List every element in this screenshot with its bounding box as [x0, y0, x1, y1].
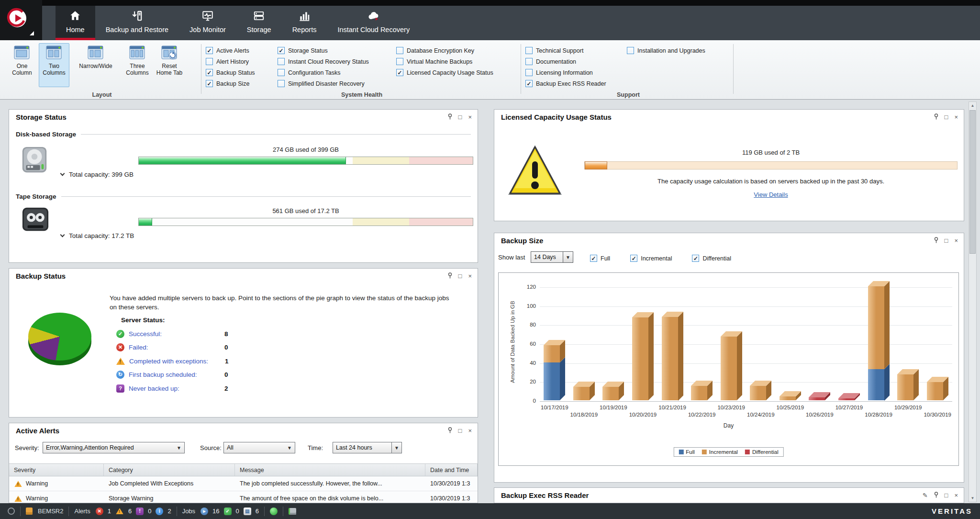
close-icon[interactable]: ×	[954, 114, 958, 120]
maximize-icon[interactable]: □	[945, 237, 948, 244]
checkbox-alert-history[interactable]: Alert History	[206, 56, 278, 67]
tab-home[interactable]: Home	[56, 6, 95, 40]
scroll-up-icon[interactable]: ▲	[969, 102, 976, 109]
checkbox-virtual-machine-backups[interactable]: Virtual Machine Backups	[396, 56, 518, 67]
column-header[interactable]: Date and Time	[425, 464, 478, 476]
chart-bar[interactable]	[573, 387, 590, 400]
tab-job-monitor[interactable]: Job Monitor	[179, 6, 236, 40]
error-alert-icon[interactable]: ✕	[96, 508, 103, 515]
column-header[interactable]: Category	[104, 464, 235, 476]
attention-alert-icon[interactable]: !	[136, 508, 144, 515]
server-status-item-label[interactable]: Failed:	[129, 344, 224, 351]
vertical-scrollbar[interactable]: ▲ ▼	[969, 102, 977, 502]
layout-button-narrowwide[interactable]: Narrow/Wide	[71, 43, 121, 87]
checkbox-configuration-tasks[interactable]: Configuration Tasks	[278, 67, 396, 78]
disk-capacity-row[interactable]: Total capacity: 399 GB	[61, 171, 134, 178]
checkbox-storage-status[interactable]: ✓Storage Status	[278, 45, 396, 56]
pin-icon[interactable]	[934, 113, 938, 121]
app-menu-button[interactable]	[0, 0, 42, 40]
layout-button-two[interactable]: Two Columns	[39, 43, 69, 87]
server-status-item-label[interactable]: Successful:	[129, 330, 224, 338]
maximize-icon[interactable]: □	[458, 428, 462, 434]
table-row[interactable]: WarningJob Completed With ExceptionsThe …	[9, 476, 478, 491]
maximize-icon[interactable]: □	[458, 114, 462, 120]
filter-checkbox-incremental[interactable]: ✓Incremental	[630, 253, 672, 264]
close-icon[interactable]: ×	[468, 273, 472, 279]
scroll-down-icon[interactable]: ▼	[969, 495, 976, 502]
tab-backup-and-restore[interactable]: Backup and Restore	[95, 6, 179, 40]
server-status-item-label[interactable]: Completed with exceptions:	[129, 358, 225, 365]
source-filter-dropdown[interactable]: All▼	[223, 442, 295, 453]
maximize-icon[interactable]: □	[458, 273, 462, 279]
chart-bar[interactable]	[838, 398, 855, 400]
checkbox-backup-status[interactable]: ✓Backup Status	[206, 67, 278, 78]
chart-bar[interactable]	[632, 317, 648, 400]
time-filter-dropdown[interactable]: Last 24 hours	[333, 442, 392, 453]
active-jobs-icon[interactable]: ▸	[200, 508, 208, 515]
time-filter-arrow-button[interactable]: ▼	[392, 442, 402, 453]
tab-reports[interactable]: Reports	[282, 6, 327, 40]
tab-storage[interactable]: Storage	[236, 6, 282, 40]
tab-instant-cloud-recovery[interactable]: Instant Cloud Recovery	[327, 6, 420, 40]
edit-icon[interactable]: ✎	[923, 492, 928, 498]
scheduled-jobs-icon[interactable]: ▤	[244, 508, 251, 515]
close-icon[interactable]: ×	[954, 237, 958, 244]
filter-checkbox-full[interactable]: ✓Full	[590, 253, 610, 264]
server-status-item-label[interactable]: Never backed up:	[129, 385, 224, 392]
close-icon[interactable]: ×	[468, 114, 472, 120]
checkbox-documentation[interactable]: Documentation	[525, 56, 627, 67]
checkbox-licensing-information[interactable]: Licensing Information	[525, 67, 627, 78]
chart-bar[interactable]	[544, 345, 560, 400]
tape-capacity-row[interactable]: Total capacity: 17.2 TB	[61, 232, 134, 239]
column-header[interactable]: Message	[235, 464, 425, 476]
close-icon[interactable]: ×	[954, 492, 958, 498]
pin-icon[interactable]	[448, 272, 452, 280]
checkbox-simplified-disaster-recovery[interactable]: Simplified Disaster Recovery	[278, 78, 396, 89]
chart-bar[interactable]	[602, 387, 619, 400]
chart-bar[interactable]	[809, 397, 825, 400]
show-last-arrow-button[interactable]: ▼	[563, 251, 573, 263]
checkbox-database-encryption-key[interactable]: Database Encryption Key	[396, 45, 518, 56]
source-filter-label: Source:	[200, 444, 222, 451]
checkbox-technical-support[interactable]: Technical Support	[525, 45, 627, 56]
checkbox-installation-and-upgrades[interactable]: Installation and Upgrades	[627, 45, 731, 56]
chart-bar[interactable]	[927, 382, 943, 400]
maximize-icon[interactable]: □	[945, 114, 948, 120]
server-name[interactable]: BEMSR2	[38, 508, 63, 515]
close-icon[interactable]: ×	[468, 428, 472, 434]
information-alert-icon[interactable]: i	[156, 508, 163, 515]
layout-button-one[interactable]: One Column	[7, 43, 37, 87]
pin-icon[interactable]	[934, 237, 938, 244]
pin-icon[interactable]	[448, 113, 452, 121]
scrollbar-thumb[interactable]	[969, 110, 976, 254]
server-status-item-label[interactable]: First backup scheduled:	[129, 371, 224, 378]
chart-bar[interactable]	[868, 286, 884, 400]
maximize-icon[interactable]: □	[945, 492, 948, 498]
checkbox-backup-exec-rss-reader[interactable]: ✓Backup Exec RSS Reader	[525, 78, 627, 89]
checkbox-instant-cloud-recovery-status[interactable]: Instant Cloud Recovery Status	[278, 56, 396, 67]
ready-jobs-icon[interactable]: ✓	[224, 508, 232, 515]
severity-filter-dropdown[interactable]: Error,Warning,Attention Required▼	[43, 442, 185, 453]
checkbox-licensed-capacity-usage-status[interactable]: ✓Licensed Capacity Usage Status	[396, 67, 518, 78]
jobs-label[interactable]: Jobs	[182, 508, 195, 515]
checkbox-backup-size[interactable]: ✓Backup Size	[206, 78, 278, 89]
backup-status-pie-chart[interactable]	[28, 313, 91, 366]
pin-icon[interactable]	[934, 492, 938, 499]
chart-bar[interactable]	[721, 337, 737, 400]
chart-bar[interactable]	[691, 386, 707, 400]
alerts-label[interactable]: Alerts	[74, 508, 90, 515]
table-row[interactable]: WarningStorage WarningThe amount of free…	[9, 491, 478, 503]
layout-button-reset[interactable]: Reset Home Tab	[154, 43, 185, 87]
chart-bar[interactable]	[780, 396, 796, 400]
pin-icon[interactable]	[448, 427, 452, 434]
view-details-link[interactable]: View Details	[584, 191, 958, 198]
checkbox-active-alerts[interactable]: ✓Active Alerts	[206, 45, 278, 56]
chart-bar[interactable]	[662, 317, 678, 401]
column-header[interactable]: Severity	[9, 464, 104, 476]
layout-button-three[interactable]: Three Columns	[122, 43, 153, 87]
show-last-dropdown[interactable]: 14 Days	[531, 251, 563, 263]
chart-bar[interactable]	[750, 386, 766, 400]
warning-alert-icon[interactable]	[116, 508, 123, 514]
filter-checkbox-differential[interactable]: ✓Differential	[692, 253, 731, 264]
chart-bar[interactable]	[897, 374, 913, 400]
